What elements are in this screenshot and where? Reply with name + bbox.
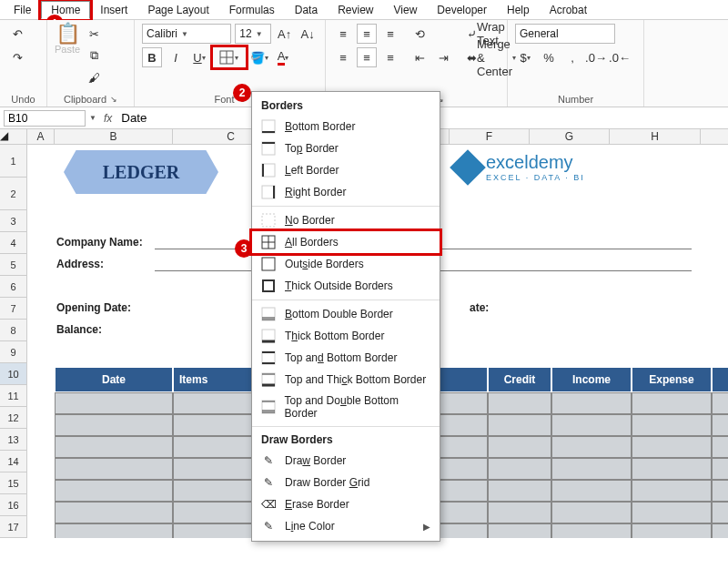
row-header[interactable]: 3 (0, 210, 27, 232)
menu-draw-border-grid[interactable]: ✎Draw Border Grid (252, 472, 440, 493)
align-center-icon[interactable]: ≡ (357, 47, 377, 67)
bold-button[interactable]: B (142, 47, 162, 67)
row-header[interactable]: 2 (0, 178, 27, 210)
menu-view[interactable]: View (384, 1, 428, 19)
menu-review[interactable]: Review (328, 1, 383, 19)
row-header[interactable]: 13 (0, 429, 27, 451)
col-header[interactable]: G (530, 129, 610, 144)
align-right-icon[interactable]: ≡ (380, 47, 400, 67)
svg-rect-28 (262, 401, 275, 413)
menu-no-border[interactable]: No Border (252, 209, 440, 231)
menu-thick-bottom-border[interactable]: Thick Bottom Border (252, 325, 440, 347)
font-color-button[interactable]: A▾ (273, 47, 293, 67)
copy-icon[interactable]: ⧉ (84, 46, 104, 66)
fill-color-button[interactable]: 🪣▾ (249, 47, 269, 67)
top-border-icon (261, 141, 276, 156)
col-header[interactable]: A (27, 129, 55, 144)
menu-bottom-double-border[interactable]: Bottom Double Border (252, 303, 440, 325)
orientation-icon[interactable]: ⟲ (410, 24, 430, 44)
row-header[interactable]: 15 (0, 472, 27, 494)
group-number-label: Number (558, 94, 593, 105)
decrease-decimal-icon[interactable]: .0← (610, 47, 630, 67)
paste-icon[interactable]: 📋 (57, 24, 77, 44)
menu-draw-border[interactable]: ✎Draw Border (252, 450, 440, 472)
menu-top-border[interactable]: Top Border (252, 137, 440, 159)
align-bottom-icon[interactable]: ≡ (380, 24, 400, 44)
th-balance: Balance (712, 367, 728, 392)
undo-icon[interactable]: ↶ (7, 24, 27, 44)
group-undo-label: Undo (7, 92, 39, 105)
row-header[interactable]: 12 (0, 407, 27, 429)
menu-developer[interactable]: Developer (427, 1, 497, 19)
menu-bottom-border[interactable]: Bottom Border (252, 116, 440, 137)
row-header[interactable]: 5 (0, 254, 27, 276)
row-header[interactable]: 11 (0, 385, 27, 407)
menu-thick-outside-borders[interactable]: Thick Outside Borders (252, 275, 440, 297)
select-all-corner[interactable]: ◢ (0, 129, 27, 144)
currency-icon[interactable]: $▾ (515, 47, 535, 67)
decrease-indent-icon[interactable]: ⇤ (410, 47, 430, 67)
font-size-dropdown[interactable]: 12▼ (235, 24, 270, 44)
row-header[interactable]: 7 (0, 298, 27, 320)
menu-insert[interactable]: Insert (90, 1, 137, 19)
decrease-font-icon[interactable]: A↓ (298, 24, 318, 44)
brand-text: exceldemy (486, 152, 585, 173)
menu-left-border[interactable]: Left Border (252, 159, 440, 181)
menu-all-borders[interactable]: All Borders (252, 231, 440, 253)
align-left-icon[interactable]: ≡ (333, 47, 353, 67)
row-header[interactable]: 10 (0, 363, 27, 385)
redo-icon[interactable]: ↷ (7, 47, 27, 67)
italic-button[interactable]: I (166, 47, 186, 67)
top-double-bottom-icon (261, 400, 276, 414)
svg-rect-7 (262, 164, 275, 177)
menu-erase-border[interactable]: ⌫Erase Border (252, 493, 440, 515)
increase-font-icon[interactable]: A↑ (275, 24, 295, 44)
comma-icon[interactable]: , (562, 47, 582, 67)
menu-line-color[interactable]: ✎Line Color▶ (252, 515, 440, 537)
row-header[interactable]: 1 (0, 145, 27, 178)
menu-help[interactable]: Help (497, 1, 540, 19)
row-headers: 1 2 3 4 5 6 7 8 9 10 11 12 13 14 15 16 1… (0, 145, 27, 538)
menu-page-layout[interactable]: Page Layout (137, 1, 218, 19)
menu-file[interactable]: File (4, 1, 41, 19)
row-header[interactable]: 17 (0, 516, 27, 538)
col-header[interactable]: B (55, 129, 173, 144)
name-box[interactable] (4, 110, 86, 127)
chevron-down-icon[interactable]: ▼ (89, 114, 96, 122)
menu-acrobat[interactable]: Acrobat (540, 1, 597, 19)
row-header[interactable]: 9 (0, 341, 27, 363)
dialog-launcher-icon[interactable]: ↘ (110, 95, 117, 104)
percent-icon[interactable]: % (539, 47, 559, 67)
menu-right-border[interactable]: Right Border (252, 181, 440, 203)
increase-decimal-icon[interactable]: .0→ (586, 47, 606, 67)
underline-button[interactable]: U ▾ (189, 47, 209, 67)
fx-icon[interactable]: fx (96, 112, 119, 125)
cut-icon[interactable]: ✂ (84, 24, 104, 44)
menu-outside-borders[interactable]: Outside Borders (252, 253, 440, 275)
address-label: Address: (56, 258, 104, 270)
align-middle-icon[interactable]: ≡ (357, 24, 377, 44)
row-header[interactable]: 6 (0, 276, 27, 298)
borders-dropdown-menu: Borders Bottom Border Top Border Left Bo… (251, 91, 440, 538)
menu-formulas[interactable]: Formulas (219, 1, 285, 19)
col-header[interactable]: F (450, 129, 530, 144)
menu-top-and-thick-bottom-border[interactable]: Top and Thick Bottom Border (252, 369, 440, 391)
menu-top-and-bottom-border[interactable]: Top and Bottom Border (252, 347, 440, 369)
row-header[interactable]: 14 (0, 451, 27, 472)
borders-button[interactable]: ▾ (213, 47, 246, 67)
row-header[interactable]: 16 (0, 494, 27, 516)
pencil-icon: ✎ (261, 453, 276, 468)
menu-data[interactable]: Data (285, 1, 328, 19)
closing-date-label: ate: (470, 301, 489, 314)
thick-outside-icon (261, 279, 276, 293)
row-header[interactable]: 8 (0, 320, 27, 341)
format-painter-icon[interactable]: 🖌 (84, 67, 104, 87)
number-format-dropdown[interactable]: General (515, 24, 615, 44)
increase-indent-icon[interactable]: ⇥ (433, 47, 453, 67)
align-top-icon[interactable]: ≡ (333, 24, 353, 44)
group-font-label: Font (214, 94, 234, 105)
font-name-dropdown[interactable]: Calibri▼ (142, 24, 231, 44)
col-header[interactable]: H (610, 129, 701, 144)
row-header[interactable]: 4 (0, 232, 27, 254)
menu-top-and-double-bottom-border[interactable]: Top and Double Bottom Border (252, 391, 440, 423)
